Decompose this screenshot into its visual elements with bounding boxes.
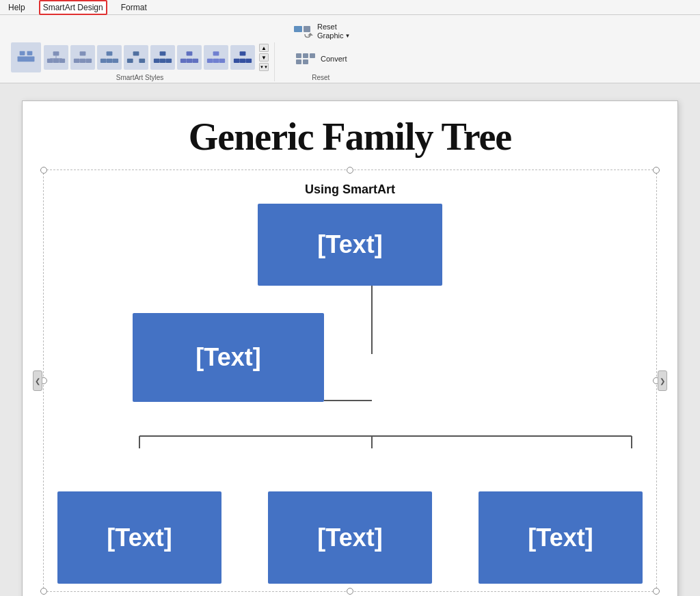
svg-rect-35 (245, 59, 252, 63)
svg-rect-33 (234, 59, 240, 63)
svg-rect-31 (219, 59, 225, 63)
slide-area[interactable]: Generic Family Tree ❮ ❯ Using SmartArt (22, 100, 678, 596)
ribbon-icons-group: ▲ ▼ ▼▼ (11, 42, 269, 72)
handle-bottom-left[interactable] (40, 588, 47, 595)
svg-rect-37 (304, 26, 310, 32)
svg-rect-19 (139, 59, 145, 63)
svg-rect-30 (213, 59, 219, 63)
handle-top-center[interactable] (347, 167, 353, 174)
convert-label: Convert (321, 55, 347, 63)
handle-bottom-center[interactable] (347, 588, 353, 595)
menu-smartart-design[interactable]: SmartArt Design (39, 0, 107, 15)
svg-rect-29 (207, 59, 213, 63)
svg-rect-40 (303, 53, 308, 58)
ribbon-scroll-up[interactable]: ▲ (259, 44, 269, 52)
menu-format[interactable]: Format (118, 1, 150, 14)
svg-rect-10 (74, 59, 80, 63)
svg-rect-14 (100, 59, 107, 63)
menu-help[interactable]: Help (5, 1, 28, 14)
svg-rect-11 (80, 59, 86, 63)
svg-rect-12 (85, 59, 92, 63)
tree-box-level2[interactable]: [Text] (133, 313, 324, 402)
svg-rect-4 (47, 59, 53, 63)
graphic-label: Graphic ▼ (317, 31, 350, 40)
ribbon-style-3[interactable] (97, 45, 122, 70)
svg-rect-43 (303, 59, 308, 64)
svg-rect-41 (310, 53, 315, 58)
smartart-styles-label: SmartArt Styles (116, 74, 163, 81)
convert-button[interactable]: Convert (292, 46, 350, 71)
svg-marker-38 (308, 33, 313, 36)
svg-rect-9 (80, 51, 86, 55)
smartart-container[interactable]: ❮ ❯ Using SmartArt (43, 170, 657, 592)
tree-box-leaf1[interactable]: [Text] (57, 491, 221, 584)
svg-rect-28 (213, 51, 219, 55)
tree-box-leaf2[interactable]: [Text] (268, 491, 432, 584)
svg-rect-25 (180, 59, 187, 63)
svg-rect-20 (160, 51, 166, 55)
svg-rect-27 (192, 59, 198, 63)
svg-rect-36 (294, 26, 302, 32)
reset-graphic-button[interactable]: Reset Graphic ▼ (288, 19, 353, 44)
svg-rect-22 (160, 59, 166, 63)
reset-graphic-icon (291, 21, 313, 42)
handle-top-left[interactable] (40, 167, 47, 174)
tree-box-root[interactable]: [Text] (258, 204, 442, 286)
svg-rect-21 (154, 59, 160, 63)
handle-bottom-right[interactable] (653, 588, 660, 595)
reset-label: Reset (317, 23, 350, 31)
ribbon-actions: Reset Graphic ▼ Convert (280, 18, 361, 72)
svg-rect-16 (112, 59, 118, 63)
ribbon-scroll: ▲ ▼ ▼▼ (259, 44, 269, 71)
svg-rect-23 (165, 59, 172, 63)
collapse-right-button[interactable]: ❯ (658, 370, 667, 391)
svg-rect-24 (187, 51, 193, 55)
ribbon-style-5[interactable] (150, 45, 175, 70)
ribbon-style-6[interactable] (177, 45, 202, 70)
convert-icon (295, 48, 317, 70)
ribbon-scroll-expand[interactable]: ▼▼ (259, 63, 269, 71)
slide-title: Generic Family Tree (23, 115, 677, 159)
svg-rect-2 (27, 51, 33, 55)
svg-rect-6 (59, 59, 65, 63)
ribbon-style-7[interactable] (204, 45, 228, 70)
svg-rect-3 (53, 51, 59, 55)
ribbon-reset-section: Reset Graphic ▼ Convert Reset (275, 18, 366, 81)
ribbon-style-1[interactable] (44, 45, 68, 70)
svg-rect-5 (53, 59, 59, 63)
reset-section-label: Reset (312, 74, 329, 81)
svg-rect-17 (133, 51, 139, 55)
smartart-subtitle: Using SmartArt (44, 182, 656, 197)
svg-rect-13 (107, 51, 113, 55)
svg-rect-1 (20, 51, 25, 55)
menu-bar: Help SmartArt Design Format (0, 0, 700, 15)
main-content: Generic Family Tree ❮ ❯ Using SmartArt (0, 83, 700, 596)
ribbon-scroll-down[interactable]: ▼ (259, 53, 269, 62)
ribbon-style-icon-large[interactable] (11, 42, 41, 72)
svg-rect-26 (187, 59, 193, 63)
tree-box-leaf3[interactable]: [Text] (479, 491, 643, 584)
ribbon-style-4[interactable] (124, 45, 148, 70)
svg-rect-32 (240, 51, 246, 55)
ribbon: ▲ ▼ ▼▼ SmartArt Styles Reset (0, 15, 700, 83)
ribbon-style-8[interactable] (230, 45, 255, 70)
collapse-left-button[interactable]: ❮ (33, 370, 42, 391)
svg-rect-39 (296, 53, 301, 58)
ribbon-style-2[interactable] (70, 45, 95, 70)
svg-rect-18 (127, 59, 133, 63)
ribbon-smartart-styles-section: ▲ ▼ ▼▼ SmartArt Styles (5, 42, 275, 81)
svg-rect-15 (107, 59, 113, 63)
svg-rect-42 (296, 59, 301, 64)
svg-rect-0 (18, 56, 35, 62)
svg-rect-34 (240, 59, 246, 63)
handle-top-right[interactable] (653, 167, 660, 174)
tree-diagram: [Text] [Text] [Text] [Text] [Text] (44, 204, 656, 584)
